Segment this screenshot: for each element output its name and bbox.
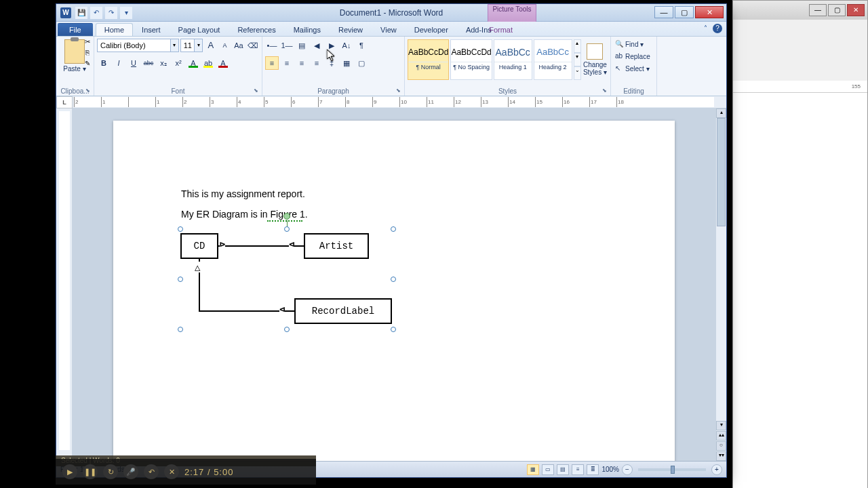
tab-references[interactable]: References: [229, 23, 284, 36]
tab-review[interactable]: Review: [330, 23, 372, 36]
resize-handle-n[interactable]: [284, 226, 290, 232]
document-page[interactable]: This is my assignment report. My ER Diag…: [113, 121, 675, 461]
style-normal[interactable]: AaBbCcDd ¶ Normal: [408, 39, 449, 80]
highlight-button[interactable]: ab: [201, 56, 215, 70]
resize-handle-w[interactable]: [178, 277, 183, 282]
scroll-up-arrow[interactable]: ▴: [716, 108, 726, 118]
style-no-spacing[interactable]: AaBbCcDd ¶ No Spacing: [450, 39, 492, 80]
underline-button[interactable]: U: [127, 56, 140, 70]
justify-button[interactable]: ≡: [310, 56, 323, 70]
cut-button[interactable]: ✂: [83, 38, 92, 47]
tab-insert[interactable]: Insert: [133, 23, 170, 36]
resize-handle-s[interactable]: [284, 327, 290, 332]
font-size-combobox[interactable]: 11▾: [180, 39, 203, 52]
tab-home[interactable]: Home: [96, 23, 133, 36]
resize-handle-ne[interactable]: [391, 226, 396, 232]
strikethrough-button[interactable]: abc: [142, 56, 155, 70]
vertical-ruler[interactable]: [56, 108, 73, 461]
paragraph-launcher[interactable]: ⬊: [396, 87, 403, 94]
zoom-level-label[interactable]: 100%: [601, 466, 619, 473]
video-undo-button[interactable]: ↶: [144, 464, 159, 479]
full-screen-view-button[interactable]: ▭: [542, 464, 554, 475]
tab-format[interactable]: Format: [480, 23, 521, 36]
tab-developer[interactable]: Developer: [406, 23, 457, 36]
font-name-combobox[interactable]: Calibri (Body)▾: [97, 39, 179, 52]
tab-page-layout[interactable]: Page Layout: [170, 23, 229, 36]
line-spacing-button[interactable]: ‡: [325, 56, 338, 70]
video-stop-button[interactable]: ✕: [164, 464, 179, 479]
save-button[interactable]: 💾: [75, 7, 87, 19]
zoom-in-button[interactable]: +: [711, 464, 722, 475]
ribbon-minimize-button[interactable]: ˄: [701, 24, 710, 33]
change-styles-button[interactable]: Change Styles ▾: [583, 39, 608, 80]
numbering-button[interactable]: 1—: [280, 39, 294, 52]
paragraph-text[interactable]: This is my assignment report.: [181, 188, 607, 199]
bg-maximize-button[interactable]: ▢: [828, 4, 846, 16]
minimize-button[interactable]: —: [654, 6, 673, 18]
styles-scroll[interactable]: ▴▾⌄: [574, 39, 581, 80]
decrease-indent-button[interactable]: ◀: [310, 39, 323, 52]
document-viewport[interactable]: This is my assignment report. My ER Diag…: [73, 108, 715, 461]
video-refresh-button[interactable]: ↻: [103, 464, 118, 479]
italic-button[interactable]: I: [112, 56, 125, 70]
rotate-handle[interactable]: [283, 213, 290, 220]
resize-handle-se[interactable]: [391, 327, 396, 332]
superscript-button[interactable]: x²: [172, 56, 185, 70]
replace-button[interactable]: abReplace: [614, 50, 654, 62]
paragraph-text[interactable]: My ER Diagram is in Figure 1.: [181, 209, 607, 220]
help-button[interactable]: ?: [713, 24, 722, 33]
text-effects-button[interactable]: A: [186, 56, 200, 70]
font-color-button[interactable]: A: [216, 56, 230, 70]
resize-handle-e[interactable]: [391, 277, 396, 282]
redo-button[interactable]: ↷: [105, 7, 117, 19]
subscript-button[interactable]: x₂: [157, 56, 170, 70]
bg-minimize-button[interactable]: —: [809, 4, 827, 16]
style-heading1[interactable]: AaBbCc Heading 1: [494, 39, 532, 80]
prev-page-button[interactable]: ▴▴: [716, 431, 726, 441]
tab-view[interactable]: View: [372, 23, 406, 36]
borders-button[interactable]: ▢: [355, 56, 368, 70]
next-page-button[interactable]: ▾▾: [716, 451, 726, 461]
picture-tools-context-tab[interactable]: Picture Tools: [488, 4, 536, 22]
align-left-button[interactable]: ≡: [265, 56, 279, 70]
resize-handle-sw[interactable]: [178, 327, 183, 332]
draft-view-button[interactable]: ≣: [587, 464, 599, 475]
web-layout-view-button[interactable]: ▤: [557, 464, 569, 475]
video-pause-button[interactable]: ❚❚: [83, 464, 98, 479]
change-case-button[interactable]: Aa: [233, 39, 245, 52]
scroll-down-arrow[interactable]: ▾: [716, 421, 726, 430]
increase-indent-button[interactable]: ▶: [325, 39, 338, 52]
video-play-button[interactable]: ▶: [62, 464, 77, 479]
vertical-scrollbar[interactable]: ▴ ▾ ▴▴ ○ ▾▾: [715, 108, 726, 461]
clear-formatting-button[interactable]: ⌫: [246, 39, 259, 52]
show-marks-button[interactable]: ¶: [355, 39, 368, 52]
bg-close-button[interactable]: ✕: [847, 4, 865, 16]
multilevel-list-button[interactable]: ▤: [295, 39, 309, 52]
close-button[interactable]: ✕: [695, 6, 724, 18]
style-heading2[interactable]: AaBbCc Heading 2: [534, 39, 572, 80]
video-mic-button[interactable]: 🎤: [123, 464, 138, 479]
copy-button[interactable]: ⎘: [83, 49, 92, 58]
select-button[interactable]: ↖Select ▾: [614, 62, 654, 75]
styles-launcher[interactable]: ⬊: [602, 87, 609, 94]
resize-handle-nw[interactable]: [178, 226, 183, 232]
shading-button[interactable]: ▦: [340, 56, 353, 70]
zoom-slider[interactable]: [638, 468, 706, 471]
qat-customize-button[interactable]: ▾: [120, 7, 132, 19]
undo-button[interactable]: ↶: [90, 7, 102, 19]
outline-view-button[interactable]: ≡: [572, 464, 584, 475]
zoom-out-button[interactable]: −: [622, 464, 633, 475]
find-button[interactable]: 🔍Find ▾: [614, 38, 654, 50]
tab-selector[interactable]: L: [56, 96, 73, 108]
format-painter-button[interactable]: ✎: [83, 60, 92, 69]
sort-button[interactable]: A↓: [340, 39, 353, 52]
font-launcher[interactable]: ⬊: [254, 87, 260, 94]
scroll-thumb[interactable]: [717, 118, 726, 226]
align-right-button[interactable]: ≡: [295, 56, 309, 70]
maximize-button[interactable]: ▢: [675, 6, 694, 18]
zoom-slider-thumb[interactable]: [671, 466, 675, 474]
tab-file[interactable]: File: [58, 23, 93, 36]
align-center-button[interactable]: ≡: [280, 56, 294, 70]
horizontal-ruler[interactable]: 21123456789101112131415161718: [74, 97, 714, 107]
er-diagram-picture[interactable]: CD Artist RecordLabel ⊳ ⊲ △ ⊲: [180, 229, 393, 329]
